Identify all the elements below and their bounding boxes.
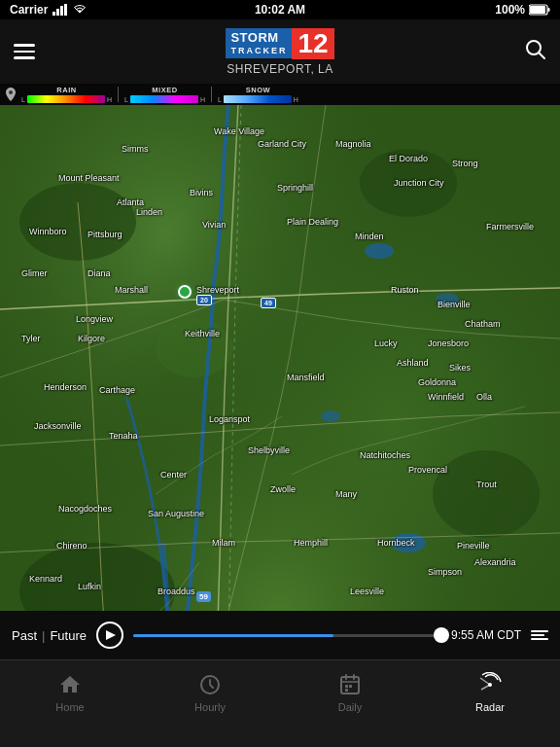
daily-icon [337,672,363,697]
radar-map[interactable]: SimmsGarland CityMagnoliaEl DoradoStrong… [0,105,560,611]
svg-rect-6 [530,6,545,14]
svg-point-9 [9,90,13,94]
radar-icon [477,672,503,697]
tab-home[interactable]: Home [0,668,140,713]
location-marker [178,285,192,299]
playback-time: 9:55 AM CDT [451,628,521,642]
app-header: STORMTRACKER 12 SHREVEPORT, LA [0,19,560,84]
logo-badge: STORMTRACKER 12 [226,28,333,59]
hourly-tab-label: Hourly [194,701,226,713]
status-right: 100% [495,3,550,17]
svg-point-20 [365,243,394,259]
radar-tab-label: Radar [475,701,505,713]
layers-button[interactable] [531,630,548,640]
tab-daily[interactable]: Daily [280,668,420,713]
svg-rect-3 [64,4,67,16]
wifi-icon [73,4,87,16]
svg-point-32 [488,683,492,687]
legend-divider-2 [211,87,212,102]
tab-radar[interactable]: Radar [420,668,560,713]
legend-mixed: MIXED L H [124,86,205,103]
logo-channel: 12 [292,28,333,59]
search-button[interactable] [525,39,546,65]
home-icon [57,672,83,697]
legend-snow: SNOW L H [218,86,298,103]
logo-area: STORMTRACKER 12 SHREVEPORT, LA [226,28,333,76]
status-time: 10:02 AM [255,3,305,17]
signal-icon [52,4,68,16]
interstate-49-badge: 49 [261,298,276,308]
daily-tab-label: Daily [338,701,362,713]
scrubber-thumb[interactable] [434,627,449,643]
snow-gradient-bar [224,95,292,103]
map-background: SimmsGarland CityMagnoliaEl DoradoStrong… [0,105,560,611]
legend-rain: RAIN L H [21,86,112,103]
svg-point-21 [436,293,459,306]
svg-point-16 [156,319,233,377]
svg-rect-1 [56,9,59,16]
svg-point-15 [360,149,457,217]
separator: | [42,628,45,643]
svg-point-18 [433,450,540,538]
past-label: Past [12,628,37,643]
interstate-20-badge: 20 [196,295,212,305]
svg-line-8 [539,53,544,58]
svg-rect-29 [345,685,348,688]
menu-button[interactable] [14,44,35,59]
svg-rect-0 [52,12,55,16]
tab-bar: Home Hourly Daily [0,659,560,747]
location-label: SHREVEPORT, LA [227,62,332,76]
battery-icon [529,4,550,16]
carrier-label: Carrier [10,3,48,17]
svg-point-23 [391,533,426,552]
past-future-labels: Past | Future [12,628,87,643]
highway-badge-us59: 59 [196,591,211,602]
future-label: Future [50,628,87,643]
play-button[interactable] [96,622,123,649]
playback-bar: Past | Future 9:55 AM CDT [0,611,560,659]
svg-rect-31 [345,689,348,692]
status-bar: Carrier 10:02 AM 100% [0,0,560,19]
time-scrubber[interactable] [133,634,441,637]
hourly-icon [197,672,223,697]
logo-storm: STORMTRACKER [226,28,292,57]
svg-rect-30 [349,685,352,688]
svg-point-14 [19,183,136,261]
svg-point-22 [321,410,340,422]
radar-pin-icon [6,88,16,101]
radar-legend: RAIN L H MIXED L H SNOW L H [0,84,560,105]
rain-gradient-bar [27,95,105,103]
svg-rect-5 [548,8,550,12]
svg-rect-2 [60,6,63,16]
status-left: Carrier [10,3,87,17]
battery-label: 100% [495,3,525,17]
map-svg [0,105,560,611]
tab-hourly[interactable]: Hourly [140,668,280,713]
legend-divider-1 [118,87,119,102]
home-tab-label: Home [55,701,84,713]
scrubber-progress [133,634,333,637]
mixed-gradient-bar [130,95,198,103]
